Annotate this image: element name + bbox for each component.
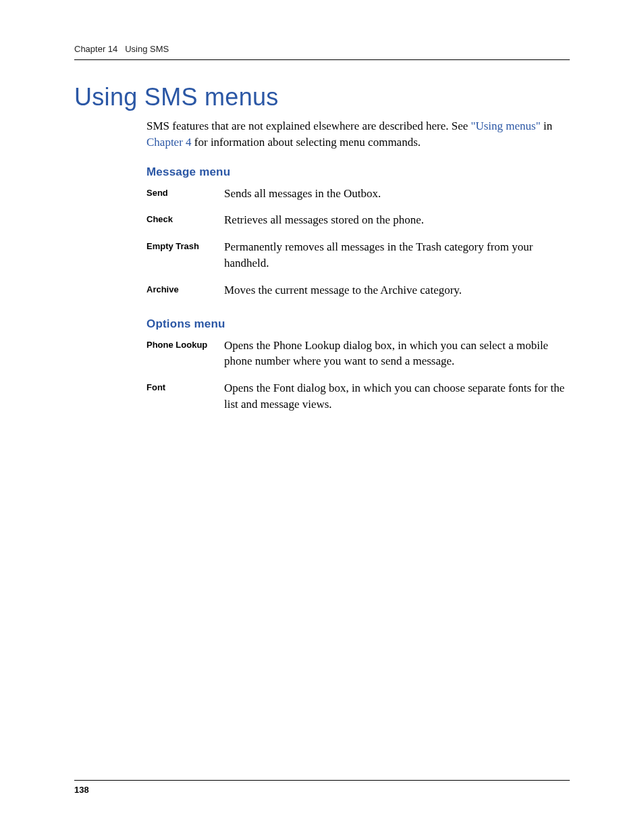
term-send: Send	[146, 186, 224, 202]
desc-check: Retrieves all messages stored on the pho…	[224, 212, 424, 228]
message-menu-item: Empty Trash Permanently removes all mess…	[146, 239, 570, 271]
desc-font: Opens the Font dialog box, in which you …	[224, 380, 570, 413]
message-menu-item: Send Sends all messages in the Outbox.	[146, 186, 570, 202]
options-menu-heading: Options menu	[146, 317, 570, 331]
term-archive: Archive	[146, 282, 224, 298]
term-font: Font	[146, 380, 224, 413]
page-title: Using SMS menus	[74, 83, 570, 111]
chapter-label: Chapter 14	[74, 44, 117, 54]
desc-send: Sends all messages in the Outbox.	[224, 186, 381, 202]
intro-text-suffix: for information about selecting menu com…	[192, 136, 421, 149]
term-empty-trash: Empty Trash	[146, 239, 224, 271]
term-phone-lookup: Phone Lookup	[146, 338, 224, 370]
content: SMS features that are not explained else…	[146, 118, 570, 413]
intro-text-prefix: SMS features that are not explained else…	[146, 120, 471, 132]
chapter-title: Using SMS	[125, 44, 169, 54]
desc-phone-lookup: Opens the Phone Lookup dialog box, in wh…	[224, 338, 570, 370]
page: Chapter 14 Using SMS Using SMS menus SMS…	[0, 0, 644, 834]
intro-text-mid: in	[541, 120, 552, 132]
term-check: Check	[146, 212, 224, 228]
message-menu-item: Archive Moves the current message to the…	[146, 282, 570, 298]
message-menu-item: Check Retrieves all messages stored on t…	[146, 212, 570, 228]
options-menu-item: Phone Lookup Opens the Phone Lookup dial…	[146, 338, 570, 370]
desc-archive: Moves the current message to the Archive…	[224, 282, 462, 298]
message-menu-heading: Message menu	[146, 165, 570, 179]
options-menu-item: Font Opens the Font dialog box, in which…	[146, 380, 570, 413]
link-using-menus[interactable]: "Using menus"	[471, 120, 541, 132]
intro-paragraph: SMS features that are not explained else…	[146, 118, 570, 151]
desc-empty-trash: Permanently removes all messages in the …	[224, 239, 570, 271]
running-header: Chapter 14 Using SMS	[74, 44, 570, 60]
page-number: 138	[74, 780, 570, 795]
link-chapter-4[interactable]: Chapter 4	[146, 136, 192, 149]
